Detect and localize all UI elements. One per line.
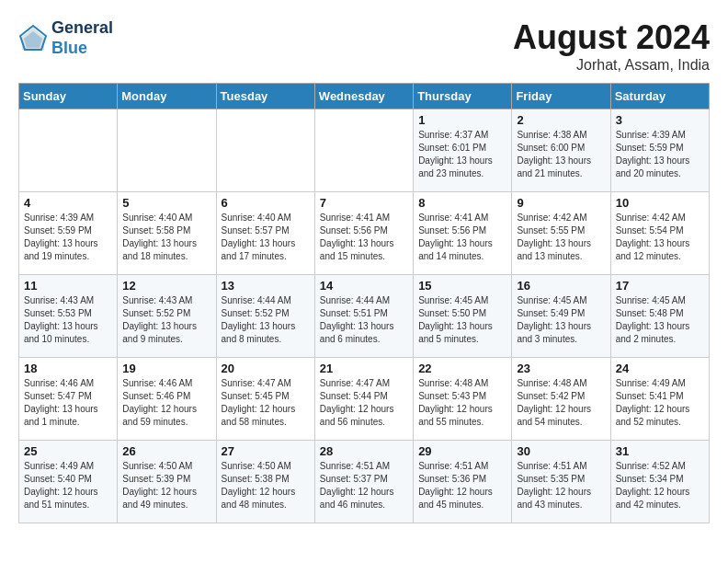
day-number: 28 — [320, 444, 408, 458]
calendar-cell: 3Sunrise: 4:39 AMSunset: 5:59 PMDaylight… — [610, 109, 709, 192]
day-info: Sunrise: 4:51 AMSunset: 5:37 PMDaylight:… — [320, 460, 408, 511]
day-number: 5 — [122, 196, 210, 210]
calendar-cell: 26Sunrise: 4:50 AMSunset: 5:39 PMDayligh… — [118, 441, 216, 523]
day-info: Sunrise: 4:45 AMSunset: 5:49 PMDaylight:… — [517, 294, 605, 346]
header-thursday: Thursday — [414, 84, 512, 109]
day-info: Sunrise: 4:50 AMSunset: 5:38 PMDaylight:… — [222, 460, 310, 511]
calendar-cell: 11Sunrise: 4:43 AMSunset: 5:53 PMDayligh… — [19, 275, 118, 358]
day-info: Sunrise: 4:39 AMSunset: 5:59 PMDaylight:… — [24, 212, 112, 263]
day-info: Sunrise: 4:50 AMSunset: 5:39 PMDaylight:… — [122, 460, 210, 511]
day-info: Sunrise: 4:45 AMSunset: 5:48 PMDaylight:… — [616, 294, 704, 346]
day-info: Sunrise: 4:38 AMSunset: 6:00 PMDaylight:… — [517, 129, 605, 180]
header-friday: Friday — [512, 84, 610, 109]
day-number: 17 — [616, 279, 704, 293]
calendar-cell — [118, 109, 216, 192]
day-info: Sunrise: 4:48 AMSunset: 5:43 PMDaylight:… — [418, 377, 506, 429]
calendar-cell: 28Sunrise: 4:51 AMSunset: 5:37 PMDayligh… — [314, 441, 413, 523]
calendar-cell: 27Sunrise: 4:50 AMSunset: 5:38 PMDayligh… — [216, 441, 314, 523]
day-info: Sunrise: 4:43 AMSunset: 5:53 PMDaylight:… — [24, 294, 112, 346]
day-info: Sunrise: 4:48 AMSunset: 5:42 PMDaylight:… — [517, 377, 605, 429]
calendar-cell: 4Sunrise: 4:39 AMSunset: 5:59 PMDaylight… — [19, 192, 118, 275]
calendar-cell — [216, 109, 314, 192]
day-info: Sunrise: 4:44 AMSunset: 5:52 PMDaylight:… — [222, 294, 310, 346]
day-number: 11 — [24, 279, 112, 293]
day-info: Sunrise: 4:44 AMSunset: 5:51 PMDaylight:… — [320, 294, 408, 346]
day-info: Sunrise: 4:42 AMSunset: 5:55 PMDaylight:… — [517, 212, 605, 263]
calendar-cell: 10Sunrise: 4:42 AMSunset: 5:54 PMDayligh… — [610, 192, 709, 275]
day-info: Sunrise: 4:39 AMSunset: 5:59 PMDaylight:… — [616, 129, 704, 180]
day-number: 25 — [24, 444, 112, 458]
day-number: 27 — [222, 444, 310, 458]
day-number: 3 — [616, 113, 704, 127]
day-number: 20 — [222, 362, 310, 375]
calendar-cell: 25Sunrise: 4:49 AMSunset: 5:40 PMDayligh… — [19, 441, 118, 523]
day-info: Sunrise: 4:51 AMSunset: 5:35 PMDaylight:… — [517, 460, 605, 511]
calendar-cell: 21Sunrise: 4:47 AMSunset: 5:44 PMDayligh… — [314, 358, 413, 441]
day-number: 29 — [418, 444, 506, 458]
calendar-cell: 24Sunrise: 4:49 AMSunset: 5:41 PMDayligh… — [610, 358, 709, 441]
calendar-cell: 20Sunrise: 4:47 AMSunset: 5:45 PMDayligh… — [216, 358, 314, 441]
calendar-cell: 17Sunrise: 4:45 AMSunset: 5:48 PMDayligh… — [610, 275, 709, 358]
day-info: Sunrise: 4:47 AMSunset: 5:45 PMDaylight:… — [222, 377, 310, 429]
day-info: Sunrise: 4:49 AMSunset: 5:41 PMDaylight:… — [616, 377, 704, 429]
logo-text: General Blue — [51, 18, 113, 58]
day-number: 18 — [24, 362, 112, 375]
calendar-cell: 15Sunrise: 4:45 AMSunset: 5:50 PMDayligh… — [414, 275, 512, 358]
day-number: 15 — [418, 279, 506, 293]
calendar-cell — [19, 109, 118, 192]
day-info: Sunrise: 4:37 AMSunset: 6:01 PMDaylight:… — [418, 129, 506, 180]
header-sunday: Sunday — [19, 84, 118, 109]
day-info: Sunrise: 4:41 AMSunset: 5:56 PMDaylight:… — [418, 212, 506, 263]
week-row-1: 1Sunrise: 4:37 AMSunset: 6:01 PMDaylight… — [19, 109, 710, 192]
calendar-cell: 8Sunrise: 4:41 AMSunset: 5:56 PMDaylight… — [414, 192, 512, 275]
calendar-cell: 22Sunrise: 4:48 AMSunset: 5:43 PMDayligh… — [414, 358, 512, 441]
day-number: 22 — [418, 362, 506, 375]
day-number: 21 — [320, 362, 408, 375]
page-header: General Blue August 2024 Jorhat, Assam, … — [18, 18, 710, 74]
day-number: 26 — [122, 444, 210, 458]
calendar-cell: 13Sunrise: 4:44 AMSunset: 5:52 PMDayligh… — [216, 275, 314, 358]
calendar-cell — [314, 109, 413, 192]
day-number: 8 — [418, 196, 506, 210]
day-number: 19 — [122, 362, 210, 375]
calendar-cell: 31Sunrise: 4:52 AMSunset: 5:34 PMDayligh… — [610, 441, 709, 523]
calendar-cell: 2Sunrise: 4:38 AMSunset: 6:00 PMDaylight… — [512, 109, 610, 192]
day-number: 13 — [222, 279, 310, 293]
day-number: 2 — [517, 113, 605, 127]
calendar-cell: 30Sunrise: 4:51 AMSunset: 5:35 PMDayligh… — [512, 441, 610, 523]
header-monday: Monday — [118, 84, 216, 109]
day-info: Sunrise: 4:47 AMSunset: 5:44 PMDaylight:… — [320, 377, 408, 429]
day-info: Sunrise: 4:51 AMSunset: 5:36 PMDaylight:… — [418, 460, 506, 511]
calendar-cell: 29Sunrise: 4:51 AMSunset: 5:36 PMDayligh… — [414, 441, 512, 523]
day-number: 10 — [616, 196, 704, 210]
week-row-3: 11Sunrise: 4:43 AMSunset: 5:53 PMDayligh… — [19, 275, 710, 358]
logo-icon — [18, 24, 48, 53]
calendar-cell: 5Sunrise: 4:40 AMSunset: 5:58 PMDaylight… — [118, 192, 216, 275]
calendar-cell: 7Sunrise: 4:41 AMSunset: 5:56 PMDaylight… — [314, 192, 413, 275]
day-info: Sunrise: 4:45 AMSunset: 5:50 PMDaylight:… — [418, 294, 506, 346]
calendar-cell: 12Sunrise: 4:43 AMSunset: 5:52 PMDayligh… — [118, 275, 216, 358]
day-number: 9 — [517, 196, 605, 210]
day-number: 1 — [418, 113, 506, 127]
day-info: Sunrise: 4:40 AMSunset: 5:58 PMDaylight:… — [122, 212, 210, 263]
header-tuesday: Tuesday — [216, 84, 314, 109]
day-number: 12 — [122, 279, 210, 293]
day-number: 6 — [222, 196, 310, 210]
title-block: August 2024 Jorhat, Assam, India — [513, 18, 710, 74]
calendar-cell: 16Sunrise: 4:45 AMSunset: 5:49 PMDayligh… — [512, 275, 610, 358]
calendar-cell: 18Sunrise: 4:46 AMSunset: 5:47 PMDayligh… — [19, 358, 118, 441]
day-number: 24 — [616, 362, 704, 375]
day-info: Sunrise: 4:46 AMSunset: 5:46 PMDaylight:… — [122, 377, 210, 429]
day-info: Sunrise: 4:49 AMSunset: 5:40 PMDaylight:… — [24, 460, 112, 511]
calendar-table: SundayMondayTuesdayWednesdayThursdayFrid… — [18, 83, 710, 523]
calendar-cell: 19Sunrise: 4:46 AMSunset: 5:46 PMDayligh… — [118, 358, 216, 441]
header-wednesday: Wednesday — [314, 84, 413, 109]
day-info: Sunrise: 4:52 AMSunset: 5:34 PMDaylight:… — [616, 460, 704, 511]
day-info: Sunrise: 4:40 AMSunset: 5:57 PMDaylight:… — [222, 212, 310, 263]
day-number: 30 — [517, 444, 605, 458]
day-info: Sunrise: 4:46 AMSunset: 5:47 PMDaylight:… — [24, 377, 112, 429]
day-info: Sunrise: 4:42 AMSunset: 5:54 PMDaylight:… — [616, 212, 704, 263]
calendar-cell: 23Sunrise: 4:48 AMSunset: 5:42 PMDayligh… — [512, 358, 610, 441]
week-row-2: 4Sunrise: 4:39 AMSunset: 5:59 PMDaylight… — [19, 192, 710, 275]
day-number: 4 — [24, 196, 112, 210]
